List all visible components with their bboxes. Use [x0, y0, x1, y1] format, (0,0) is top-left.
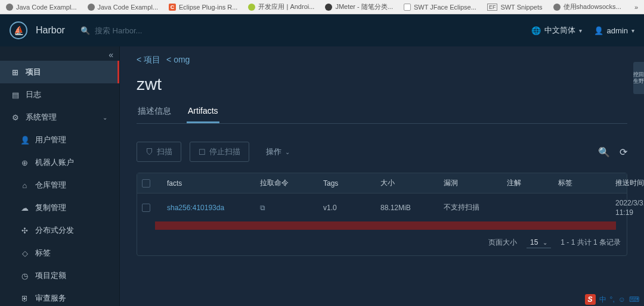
- cell-push-time: 2022/3/31 上午11:19: [615, 198, 644, 217]
- globe-icon: 🌐: [531, 26, 541, 35]
- global-search[interactable]: 🔍: [80, 26, 523, 35]
- gear-icon: ⚙: [11, 113, 20, 122]
- tag-icon: ◇: [20, 249, 29, 258]
- page-size-selector[interactable]: 15⌄: [527, 237, 551, 248]
- breadcrumb-link[interactable]: < 项目: [137, 55, 160, 65]
- column-header[interactable]: 注解: [507, 178, 555, 188]
- ime-emoji-icon[interactable]: ☺: [618, 295, 626, 304]
- harbor-logo-icon: ⛵: [10, 21, 27, 39]
- grid-icon: ⊞: [11, 68, 20, 77]
- search-icon: 🔍: [80, 26, 90, 35]
- chevron-down-icon: ⌄: [103, 114, 107, 121]
- log-icon: ▤: [11, 90, 20, 99]
- ime-icon[interactable]: S: [585, 294, 596, 305]
- system-tray: S 中 °, ☺ ⌨: [585, 294, 639, 305]
- sidebar-item-robots[interactable]: ⊕机器人账户: [0, 151, 119, 174]
- tab-info[interactable]: 描述信息: [137, 100, 172, 123]
- sidebar-item-projects[interactable]: ⊞项目: [0, 61, 119, 83]
- cell-tag: v1.0: [323, 204, 377, 212]
- browser-tab[interactable]: Java Code Exampl...: [88, 4, 159, 11]
- chevron-down-icon: ▾: [579, 27, 582, 34]
- row-highlight-bar: [155, 221, 616, 230]
- tab-artifacts[interactable]: Artifacts: [187, 100, 219, 123]
- ime-punct-icon[interactable]: °,: [610, 295, 615, 304]
- ime-keyboard-icon[interactable]: ⌨: [629, 295, 639, 304]
- sidebar-item-interrogation[interactable]: ⛨审查服务: [0, 287, 119, 306]
- row-checkbox[interactable]: [142, 204, 150, 212]
- copy-pull-command-icon[interactable]: ⧉: [260, 204, 320, 212]
- refresh-icon[interactable]: ⟳: [620, 146, 627, 158]
- ime-lang-icon[interactable]: 中: [599, 295, 606, 305]
- browser-tab[interactable]: Java Code Exampl...: [6, 4, 77, 11]
- page-size-label: 页面大小: [488, 238, 517, 248]
- column-header[interactable]: 漏洞: [444, 178, 503, 188]
- chevron-down-icon: ⌄: [543, 239, 547, 246]
- stop-scan-button[interactable]: ☐停止扫描: [190, 142, 249, 162]
- browser-tab[interactable]: SWT JFace Eclipse...: [404, 4, 476, 11]
- breadcrumb-link[interactable]: < omg: [166, 55, 190, 65]
- column-header[interactable]: 推送时间: [615, 178, 644, 188]
- browser-tab-strip: Java Code Exampl... Java Code Exampl... …: [0, 0, 644, 14]
- repo-tabs: 描述信息 Artifacts: [137, 100, 627, 124]
- artifact-digest-link[interactable]: sha256:410193da: [167, 204, 256, 212]
- artifacts-table: facts 拉取命令 Tags 大小 漏洞 注解 标签 推送时间 拉取时间 sh…: [137, 173, 627, 256]
- users-icon: 👤: [20, 136, 29, 145]
- browser-tab[interactable]: JMeter - 随笔分类...: [325, 2, 393, 11]
- cell-vulnerability: 不支持扫描: [444, 202, 503, 213]
- select-all-checkbox[interactable]: [142, 179, 150, 188]
- sidebar-item-distribution[interactable]: ✣分布式分发: [0, 219, 119, 242]
- sidebar-item-replication[interactable]: ☁复制管理: [0, 196, 119, 219]
- breadcrumb: < 项目 < omg: [137, 55, 627, 65]
- sidebar-item-quotas[interactable]: ◷项目定额: [0, 264, 119, 287]
- column-header[interactable]: Tags: [323, 179, 377, 188]
- sidebar-item-labels[interactable]: ◇标签: [0, 242, 119, 264]
- table-row[interactable]: sha256:410193da ⧉ v1.0 88.12MiB 不支持扫描 20…: [137, 193, 627, 221]
- search-input[interactable]: [95, 26, 214, 35]
- cell-size: 88.12MiB: [380, 204, 440, 212]
- browser-tab[interactable]: 使用shadowsocks...: [553, 2, 621, 11]
- app-name: Harbor: [36, 25, 65, 36]
- column-header[interactable]: 大小: [380, 178, 440, 188]
- clock-icon: ◷: [20, 271, 29, 280]
- sidebar-item-registries[interactable]: ⌂仓库管理: [0, 174, 119, 196]
- page-title: zwt: [137, 75, 627, 94]
- app-header: ⛵ Harbor 🔍 🌐 中文简体 ▾ 👤 admin ▾: [0, 14, 644, 46]
- scan-button[interactable]: ⛉扫描: [137, 142, 181, 162]
- house-icon: ⌂: [20, 181, 29, 190]
- tab-overflow-icon[interactable]: »: [634, 4, 638, 11]
- pagination-summary: 1 - 1 共计 1 条记录: [561, 238, 621, 248]
- column-header[interactable]: 标签: [558, 178, 612, 188]
- column-header[interactable]: 拉取命令: [260, 178, 320, 188]
- stop-icon: ☐: [199, 148, 206, 157]
- sidebar-item-administration[interactable]: ⚙系统管理 ⌄: [0, 106, 119, 129]
- chevron-down-icon: ▾: [631, 27, 634, 34]
- collapse-sidebar-icon[interactable]: «: [109, 50, 113, 60]
- side-gadget[interactable]: 挖田生野: [633, 62, 644, 94]
- main-content: 挖田生野 < 项目 < omg zwt 描述信息 Artifacts ⛉扫描 ☐…: [119, 46, 644, 306]
- user-menu[interactable]: 👤 admin ▾: [594, 26, 634, 35]
- browser-tab[interactable]: CEclipse Plug-ins R...: [169, 4, 237, 11]
- browser-tab[interactable]: 开发应用 | Androi...: [248, 2, 314, 11]
- sidebar-item-logs[interactable]: ▤日志: [0, 83, 119, 106]
- shield-icon: ⛨: [20, 294, 29, 303]
- search-icon[interactable]: 🔍: [598, 146, 610, 158]
- sidebar-item-users[interactable]: 👤用户管理: [0, 129, 119, 151]
- cloud-icon: ☁: [20, 204, 29, 213]
- share-icon: ✣: [20, 226, 29, 235]
- operate-dropdown[interactable]: 操作⌄: [258, 142, 298, 161]
- chevron-down-icon: ⌄: [285, 149, 290, 155]
- robot-icon: ⊕: [20, 158, 29, 167]
- user-icon: 👤: [594, 26, 603, 35]
- shield-icon: ⛉: [145, 148, 153, 157]
- browser-tab[interactable]: EFSWT Snippets: [487, 4, 543, 11]
- table-footer: 页面大小 15⌄ 1 - 1 共计 1 条记录: [137, 230, 627, 255]
- column-header[interactable]: facts: [167, 179, 256, 188]
- sidebar: « ⊞项目 ▤日志 ⚙系统管理 ⌄ 👤用户管理 ⊕机器人账户 ⌂仓库管理 ☁复制…: [0, 46, 119, 306]
- language-switcher[interactable]: 🌐 中文简体 ▾: [531, 25, 582, 36]
